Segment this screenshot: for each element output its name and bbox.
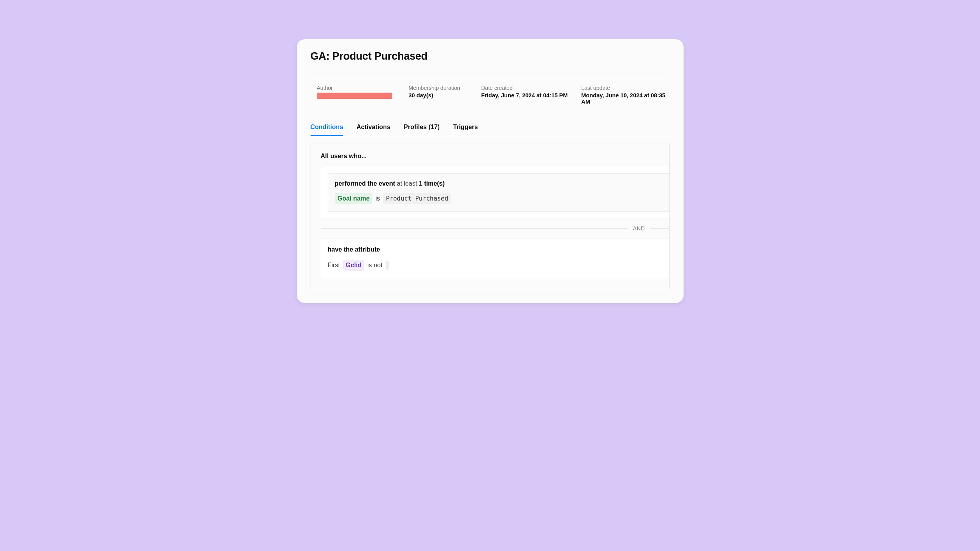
event-count: 1 time(s) xyxy=(419,180,445,187)
and-separator: AND xyxy=(321,225,669,232)
meta-membership: Membership duration 30 day(s) xyxy=(409,85,481,105)
separator-label: AND xyxy=(628,225,649,232)
tab-conditions[interactable]: Conditions xyxy=(311,120,344,136)
meta-author-label: Author xyxy=(317,85,409,91)
event-condition-card: performed the event at least 1 time(s) G… xyxy=(321,167,669,219)
tab-profiles[interactable]: Profiles (17) xyxy=(404,120,440,136)
separator-line-right xyxy=(650,228,669,229)
tabs: Conditions Activations Profiles (17) Tri… xyxy=(311,120,670,136)
event-value-tag: Product Purchased xyxy=(383,193,451,204)
meta-author: Author xyxy=(311,85,409,105)
attribute-prefix: First xyxy=(328,262,340,269)
meta-created: Date created Friday, June 7, 2024 at 04:… xyxy=(481,85,581,105)
conditions-container: All users who... performed the event at … xyxy=(311,144,670,289)
event-filter-line: Goal name is Product Purchased xyxy=(335,193,669,204)
meta-updated-label: Last update xyxy=(581,85,670,91)
meta-created-value: Friday, June 7, 2024 at 04:15 PM xyxy=(481,92,581,99)
tab-triggers[interactable]: Triggers xyxy=(453,120,478,136)
event-prefix: performed the event xyxy=(335,180,395,187)
attribute-value-empty xyxy=(386,261,389,270)
meta-membership-value: 30 day(s) xyxy=(409,92,481,99)
attribute-operator: is not xyxy=(368,262,382,269)
conditions-intro: All users who... xyxy=(321,153,669,160)
attribute-field-tag: Gclid xyxy=(343,260,364,271)
attribute-heading: have the attribute xyxy=(328,246,669,253)
segment-detail-card: GA: Product Purchased Author Membership … xyxy=(297,39,684,303)
event-condition-line: performed the event at least 1 time(s) xyxy=(335,180,669,187)
event-field-tag: Goal name xyxy=(335,193,373,204)
meta-row: Author Membership duration 30 day(s) Dat… xyxy=(311,79,670,111)
attribute-filter-line: First Gclid is not xyxy=(328,260,669,271)
event-middle: at least xyxy=(395,180,419,187)
separator-line-left xyxy=(321,228,629,229)
meta-updated: Last update Monday, June 10, 2024 at 08:… xyxy=(581,85,670,105)
attribute-condition-card: have the attribute First Gclid is not xyxy=(321,239,669,279)
tab-activations[interactable]: Activations xyxy=(357,120,390,136)
meta-membership-label: Membership duration xyxy=(409,85,481,91)
author-redacted xyxy=(317,93,392,99)
page-title: GA: Product Purchased xyxy=(311,50,670,62)
meta-updated-value: Monday, June 10, 2024 at 08:35 AM xyxy=(581,92,670,105)
event-operator: is xyxy=(375,195,380,202)
meta-created-label: Date created xyxy=(481,85,581,91)
event-condition-inner: performed the event at least 1 time(s) G… xyxy=(328,173,669,212)
